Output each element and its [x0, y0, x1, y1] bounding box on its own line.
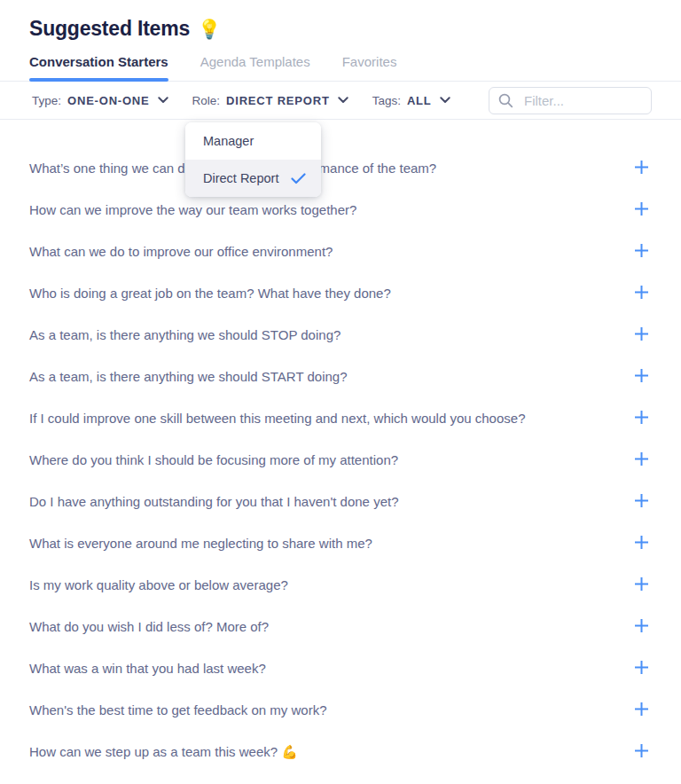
add-item-button[interactable]	[634, 201, 649, 219]
add-item-button[interactable]	[634, 285, 649, 302]
tab-label: Conversation Starters	[29, 54, 168, 69]
search-input[interactable]	[522, 92, 642, 109]
list-item: How can we improve the way our team work…	[0, 189, 681, 231]
filter-label: Role:	[192, 94, 221, 107]
list-item-text: If I could improve one skill between thi…	[29, 411, 525, 426]
list-item: What was a win that you had last week?	[0, 647, 681, 689]
plus-icon	[634, 493, 649, 511]
add-item-button[interactable]	[634, 576, 649, 594]
list-item: What can we do to improve our office env…	[0, 231, 681, 272]
list-item: Do I have anything outstanding for you t…	[0, 481, 681, 522]
menu-item-label: Manager	[203, 134, 254, 148]
chevron-down-icon	[440, 97, 450, 104]
add-item-button[interactable]	[634, 702, 649, 719]
tab-favorites[interactable]: Favorites	[342, 54, 397, 81]
plus-icon	[634, 201, 649, 219]
plus-icon	[634, 451, 649, 469]
plus-icon	[634, 618, 649, 636]
add-item-button[interactable]	[634, 160, 649, 177]
chevron-down-icon	[158, 97, 168, 104]
add-item-button[interactable]	[634, 743, 649, 761]
filter-type-dropdown[interactable]: Type:ONE-ON-ONE	[32, 94, 168, 107]
tab-bar: Conversation StartersAgenda TemplatesFav…	[0, 54, 681, 82]
chevron-down-icon	[338, 97, 348, 104]
list-item-text: What is everyone around me neglecting to…	[29, 536, 372, 551]
list-item-text: How can we step up as a team this week? …	[29, 744, 298, 760]
list-item: How can we step up as a team this week? …	[0, 731, 681, 772]
check-icon	[291, 173, 306, 184]
add-item-button[interactable]	[634, 368, 649, 386]
list-item-text: Where do you think I should be focusing …	[29, 452, 398, 467]
list-item: What is everyone around me neglecting to…	[0, 522, 681, 564]
menu-item-label: Direct Report	[203, 171, 278, 185]
plus-icon	[634, 743, 649, 761]
list-item-text: What was a win that you had last week?	[29, 661, 266, 676]
list-item: What do you wish I did less of? More of?	[0, 606, 681, 647]
menu-item-manager[interactable]: Manager	[185, 122, 321, 160]
tab-agenda-templates[interactable]: Agenda Templates	[200, 54, 310, 81]
add-item-button[interactable]	[634, 243, 649, 261]
add-item-button[interactable]	[634, 618, 649, 636]
list-item-text: As a team, is there anything we should S…	[29, 327, 340, 342]
list-item-text: What do you wish I did less of? More of?	[29, 619, 269, 634]
tab-conversation-starters[interactable]: Conversation Starters	[29, 54, 168, 81]
plus-icon	[634, 702, 649, 719]
list-item-text: As a team, is there anything we should S…	[29, 369, 348, 384]
plus-icon	[634, 326, 649, 344]
plus-icon	[634, 160, 649, 177]
plus-icon	[634, 285, 649, 302]
list-item: Who is doing a great job on the team? Wh…	[0, 272, 681, 314]
add-item-button[interactable]	[634, 660, 649, 678]
filter-groups: Type:ONE-ON-ONERole:DIRECT REPORTTags:AL…	[32, 94, 474, 107]
list-item-text: Is my work quality above or below averag…	[29, 577, 288, 592]
list-item: As a team, is there anything we should S…	[0, 314, 681, 356]
menu-item-direct-report[interactable]: Direct Report	[185, 160, 321, 197]
plus-icon	[634, 535, 649, 553]
plus-icon	[634, 410, 649, 427]
list-item: If I could improve one skill between thi…	[0, 397, 681, 439]
filter-value: DIRECT REPORT	[226, 94, 330, 107]
filter-tags-dropdown[interactable]: Tags:ALL	[372, 94, 450, 107]
filter-role-dropdown[interactable]: Role:DIRECT REPORT	[192, 94, 348, 107]
list-item-text: Who is doing a great job on the team? Wh…	[29, 286, 391, 301]
list-item: What’s one thing we can do to improve th…	[0, 147, 681, 189]
tab-label: Favorites	[342, 54, 397, 69]
filter-label: Type:	[32, 94, 61, 107]
add-item-button[interactable]	[634, 535, 649, 553]
plus-icon	[634, 576, 649, 594]
role-dropdown-menu: ManagerDirect Report	[185, 122, 321, 197]
panel-header: Suggested Items 💡	[0, 0, 681, 41]
list-item-text: What can we do to improve our office env…	[29, 244, 333, 259]
list-item: As a team, is there anything we should S…	[0, 356, 681, 397]
filter-value: ALL	[407, 94, 432, 107]
plus-icon	[634, 660, 649, 678]
list-item: When's the best time to get feedback on …	[0, 689, 681, 731]
lightbulb-emoji: 💡	[198, 19, 221, 40]
add-item-button[interactable]	[634, 451, 649, 469]
add-item-button[interactable]	[634, 493, 649, 511]
list-item-text: When's the best time to get feedback on …	[29, 702, 327, 717]
page-title: Suggested Items	[29, 17, 190, 41]
filter-label: Tags:	[372, 94, 401, 107]
suggested-items-panel: Suggested Items 💡 Conversation StartersA…	[0, 0, 681, 784]
search-box[interactable]	[489, 87, 652, 114]
list-item: Where do you think I should be focusing …	[0, 439, 681, 481]
search-icon	[498, 93, 513, 108]
list-item-text: Do I have anything outstanding for you t…	[29, 494, 398, 509]
filter-value: ONE-ON-ONE	[67, 94, 150, 107]
plus-icon	[634, 368, 649, 386]
list-item-text: How can we improve the way our team work…	[29, 202, 356, 217]
filter-bar: Type:ONE-ON-ONERole:DIRECT REPORTTags:AL…	[0, 82, 681, 120]
title-row: Suggested Items 💡	[29, 17, 652, 41]
add-item-button[interactable]	[634, 326, 649, 344]
plus-icon	[634, 243, 649, 261]
add-item-button[interactable]	[634, 410, 649, 427]
tab-label: Agenda Templates	[200, 54, 310, 69]
list-item: Is my work quality above or below averag…	[0, 564, 681, 606]
suggestion-list: What’s one thing we can do to improve th…	[0, 120, 681, 772]
